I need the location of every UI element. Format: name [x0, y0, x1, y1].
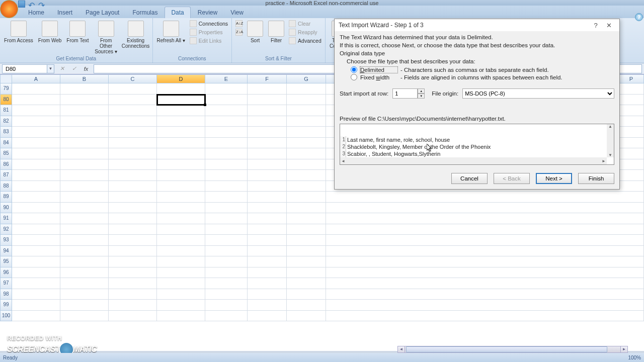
tab-page-layout[interactable]: Page Layout	[79, 7, 125, 18]
cell[interactable]	[205, 170, 248, 181]
cell[interactable]	[157, 246, 205, 257]
cell[interactable]	[248, 289, 287, 300]
row-header[interactable]: 96	[0, 267, 12, 279]
cell[interactable]	[287, 83, 326, 95]
cell[interactable]	[109, 246, 157, 257]
tab-data[interactable]: Data	[165, 7, 190, 18]
cell[interactable]	[287, 170, 326, 181]
cell[interactable]	[248, 127, 287, 138]
file-origin-select[interactable]: MS-DOS (PC-8)	[462, 88, 614, 99]
cell[interactable]	[287, 138, 326, 149]
cell[interactable]	[326, 311, 644, 322]
cell[interactable]	[248, 170, 287, 181]
cell[interactable]	[248, 246, 287, 257]
cell[interactable]	[326, 224, 644, 235]
cell[interactable]	[109, 95, 157, 106]
scroll-thumb[interactable]	[406, 346, 607, 352]
cell[interactable]	[326, 203, 644, 214]
fixed-width-label[interactable]: Fixed width	[360, 74, 397, 80]
row-header[interactable]: 90	[0, 203, 12, 214]
cell[interactable]	[157, 213, 205, 224]
row-header[interactable]: 79	[0, 83, 12, 95]
col-header-a[interactable]: A	[12, 74, 60, 83]
cell[interactable]	[248, 83, 287, 95]
cell[interactable]	[205, 127, 248, 138]
cell[interactable]	[248, 105, 287, 116]
tab-view[interactable]: View	[224, 7, 250, 18]
preview-hscroll[interactable]: ◄►	[340, 157, 607, 164]
cell[interactable]	[60, 95, 109, 106]
cell[interactable]	[60, 224, 109, 235]
cell[interactable]	[109, 213, 157, 224]
cell[interactable]	[205, 83, 248, 95]
cell[interactable]	[109, 192, 157, 203]
cell[interactable]	[326, 246, 644, 257]
cell[interactable]	[248, 116, 287, 127]
cell[interactable]	[60, 83, 109, 95]
cell[interactable]	[60, 116, 109, 127]
cell[interactable]	[12, 311, 60, 322]
from-access-button[interactable]: From Access	[2, 20, 35, 44]
cell[interactable]	[109, 148, 157, 159]
row-header[interactable]: 87	[0, 170, 12, 181]
cell[interactable]	[12, 289, 60, 300]
cell[interactable]	[157, 203, 205, 214]
cell[interactable]	[248, 278, 287, 289]
cell[interactable]	[12, 116, 60, 127]
enter-formula-icon[interactable]: ✓	[69, 65, 78, 73]
row-header[interactable]: 94	[0, 246, 12, 257]
cell[interactable]	[109, 224, 157, 235]
cancel-formula-icon[interactable]: ✕	[57, 65, 66, 73]
cell[interactable]	[157, 256, 205, 267]
cell[interactable]	[248, 267, 287, 279]
sort-az-button[interactable]: A↓Z	[234, 20, 244, 28]
cell[interactable]	[157, 83, 205, 95]
col-header-f[interactable]: F	[248, 74, 287, 83]
cell[interactable]	[157, 289, 205, 300]
cell[interactable]	[12, 256, 60, 267]
from-other-sources-button[interactable]: From Other Sources ▾	[92, 20, 120, 55]
cell[interactable]	[326, 213, 644, 224]
cell[interactable]	[287, 159, 326, 170]
cell[interactable]	[60, 127, 109, 138]
cell[interactable]	[205, 311, 248, 322]
cell[interactable]	[12, 267, 60, 279]
cell[interactable]	[12, 300, 60, 311]
fixed-width-radio[interactable]	[351, 74, 357, 80]
cell[interactable]	[248, 192, 287, 203]
cell[interactable]	[248, 148, 287, 159]
close-icon[interactable]: ✕	[602, 20, 615, 30]
cell[interactable]	[60, 138, 109, 149]
spin-down-icon[interactable]: ▼	[418, 94, 425, 99]
scroll-up-icon[interactable]: ▲	[608, 124, 612, 129]
cell[interactable]	[109, 116, 157, 127]
cell[interactable]	[60, 235, 109, 246]
cell[interactable]	[60, 159, 109, 170]
cell[interactable]	[205, 246, 248, 257]
office-button[interactable]	[0, 0, 18, 18]
cell[interactable]	[12, 192, 60, 203]
scroll-right-icon[interactable]: ►	[602, 159, 606, 163]
cell[interactable]	[157, 181, 205, 192]
cell[interactable]	[287, 278, 326, 289]
cell[interactable]	[157, 148, 205, 159]
help-icon[interactable]: ?	[635, 13, 643, 21]
cell[interactable]	[205, 289, 248, 300]
cell[interactable]	[287, 203, 326, 214]
cell[interactable]	[205, 213, 248, 224]
cell[interactable]	[109, 203, 157, 214]
row-header[interactable]: 99	[0, 300, 12, 311]
cell[interactable]	[60, 267, 109, 279]
edit-links-button[interactable]: Edit Links	[188, 37, 229, 45]
save-icon[interactable]	[18, 1, 25, 8]
scroll-left-icon[interactable]: ◄	[341, 159, 345, 163]
cell[interactable]	[287, 224, 326, 235]
finish-button[interactable]: Finish	[578, 173, 614, 184]
cell[interactable]	[287, 116, 326, 127]
cell[interactable]	[248, 138, 287, 149]
cell[interactable]	[109, 181, 157, 192]
cell[interactable]	[12, 105, 60, 116]
cell[interactable]	[109, 300, 157, 311]
cell[interactable]	[12, 181, 60, 192]
next-button[interactable]: Next >	[536, 173, 572, 184]
